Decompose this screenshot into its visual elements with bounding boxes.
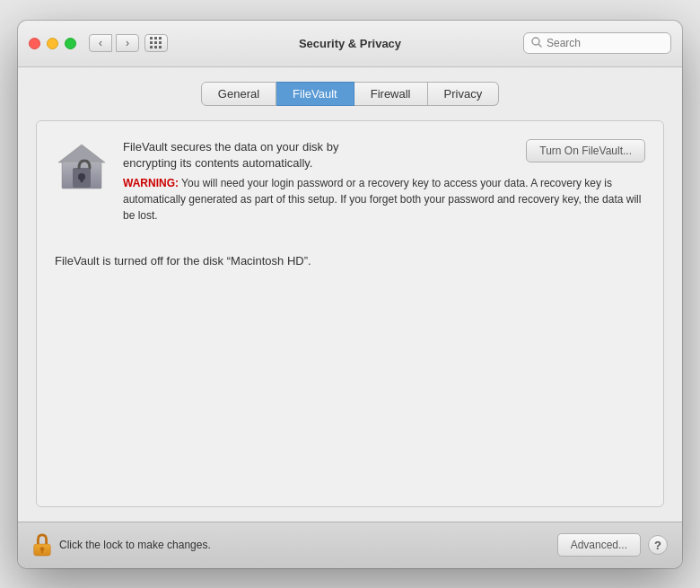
grid-icon [150,37,162,49]
content-area: General FileVault Firewall Privacy [18,67,682,522]
turn-on-filevault-button[interactable]: Turn On FileVault... [526,139,645,162]
grid-button[interactable] [144,34,168,52]
warning-text: You will need your login password or a r… [123,177,641,222]
tab-firewall[interactable]: Firewall [354,82,428,106]
minimize-button[interactable] [47,38,58,49]
help-button[interactable]: ? [648,535,668,555]
tab-filevault[interactable]: FileVault [276,82,354,106]
lock-area[interactable]: Click the lock to make changes. [32,533,557,557]
search-input[interactable] [547,37,663,49]
lock-label: Click the lock to make changes. [59,539,211,551]
traffic-lights [29,38,76,49]
back-icon: ‹ [99,37,102,49]
tab-privacy[interactable]: Privacy [428,82,500,106]
forward-icon: › [126,37,129,49]
lock-icon [32,533,52,557]
filevault-panel: FileVault secures the data on your disk … [36,120,664,507]
search-icon [531,37,542,50]
warning-label: WARNING: [123,177,179,189]
warning-block: WARNING: You will need your login passwo… [123,175,645,224]
header-right: FileVault secures the data on your disk … [123,139,645,224]
filevault-status: FileVault is turned off for the disk “Ma… [55,254,645,268]
svg-rect-9 [41,550,43,554]
back-button[interactable]: ‹ [89,34,112,52]
advanced-button[interactable]: Advanced... [557,533,641,557]
svg-point-0 [532,38,539,45]
svg-rect-6 [81,178,83,182]
bottom-bar: Click the lock to make changes. Advanced… [18,522,682,568]
filevault-header: FileVault secures the data on your disk … [55,139,645,224]
main-window: ‹ › Security & Privacy [18,21,682,568]
tab-general[interactable]: General [201,82,276,106]
forward-button[interactable]: › [116,34,139,52]
header-top-row: FileVault secures the data on your disk … [123,139,645,171]
filevault-icon [55,139,109,193]
window-title: Security & Privacy [299,37,401,50]
titlebar: ‹ › Security & Privacy [18,21,682,67]
nav-buttons: ‹ › [89,34,139,52]
bottom-right-buttons: Advanced... ? [557,533,668,557]
search-box[interactable] [523,32,671,54]
svg-line-1 [539,44,542,47]
tabs-bar: General FileVault Firewall Privacy [36,82,664,106]
filevault-description: FileVault secures the data on your disk … [123,139,338,171]
maximize-button[interactable] [65,38,76,49]
close-button[interactable] [29,38,40,49]
